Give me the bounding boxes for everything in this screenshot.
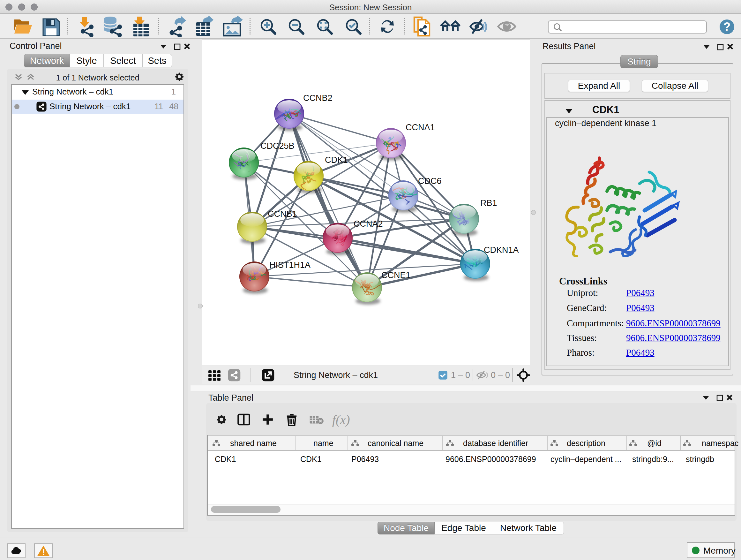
svg-text:CCNB1: CCNB1: [268, 209, 297, 219]
svg-text:CDKN1A: CDKN1A: [484, 245, 519, 255]
svg-text:CDC6: CDC6: [418, 176, 442, 186]
svg-text:CDK1: CDK1: [325, 155, 348, 165]
svg-text:CDC25B: CDC25B: [260, 141, 294, 151]
svg-text:RB1: RB1: [480, 198, 497, 208]
svg-text:CCNB2: CCNB2: [303, 93, 333, 103]
svg-text:CCNA1: CCNA1: [406, 123, 435, 132]
svg-text:CCNA2: CCNA2: [354, 219, 383, 229]
svg-text:CCNE1: CCNE1: [381, 270, 411, 280]
svg-text:HIST1H1A: HIST1H1A: [269, 260, 311, 270]
